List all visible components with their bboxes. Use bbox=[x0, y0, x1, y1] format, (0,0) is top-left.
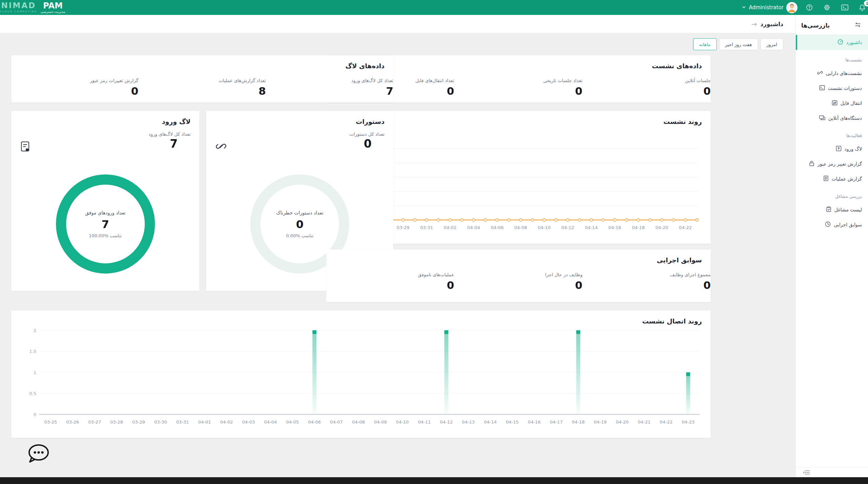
sidebar-item-login-log[interactable]: لاگ ورود bbox=[796, 142, 868, 156]
sidebar-item-password-change-report[interactable]: گزارش تغییر رمز عبور bbox=[796, 156, 868, 171]
donut-label: تعداد دستورات خطرناک bbox=[276, 210, 323, 216]
total-value: 0 bbox=[206, 137, 393, 149]
sidebar-section-sessions: نشست‌ها bbox=[796, 50, 868, 66]
svg-text:03-26: 03-26 bbox=[66, 420, 79, 425]
collapse-menu-icon[interactable] bbox=[803, 470, 810, 475]
svg-text:03-29: 03-29 bbox=[132, 420, 145, 425]
donut-ratio: تناسب %100.00 bbox=[89, 233, 122, 238]
svg-text:04-04: 04-04 bbox=[467, 225, 480, 230]
back-arrow-icon[interactable]: → bbox=[751, 21, 757, 27]
sidebar-item-operations-report[interactable]: گزارش عملیات bbox=[796, 171, 868, 186]
help-icon[interactable] bbox=[804, 2, 815, 13]
svg-text:04-07: 04-07 bbox=[330, 420, 343, 425]
svg-text:04-08: 04-08 bbox=[514, 225, 527, 230]
svg-text:04-08: 04-08 bbox=[352, 420, 365, 425]
svg-text:04-22: 04-22 bbox=[679, 225, 692, 230]
svg-text:04-18: 04-18 bbox=[572, 420, 585, 425]
sidebar-footer bbox=[796, 467, 868, 477]
svg-text:04-05: 04-05 bbox=[286, 420, 299, 425]
sidebar-item-label: لیست مشاغل bbox=[834, 207, 862, 212]
svg-text:03-31: 03-31 bbox=[420, 225, 433, 230]
card-login-log: لاگ ورود تعداد کل لاگ‌های ورود 7 تعداد و… bbox=[11, 111, 199, 291]
tab-last-week[interactable]: هفت روز اخیر bbox=[719, 38, 758, 50]
link-icon bbox=[817, 70, 823, 77]
svg-text:2: 2 bbox=[34, 328, 36, 333]
svg-text:04-20: 04-20 bbox=[655, 225, 668, 230]
svg-text:04-14: 04-14 bbox=[484, 420, 497, 425]
app-root: Administrator bbox=[0, 0, 868, 484]
donut-value: 0 bbox=[296, 219, 303, 230]
chat-button[interactable] bbox=[26, 443, 50, 466]
stat-label: عملیات‌های ناموفق bbox=[336, 272, 454, 277]
stat-label: تعداد کل لاگ‌های ورود bbox=[276, 78, 393, 83]
tab-today[interactable]: امروز bbox=[761, 38, 783, 50]
stat-label: وظایف در حال اجرا bbox=[464, 272, 582, 277]
sidebar-item-label: دستگاه‌های آنلاین bbox=[828, 115, 862, 121]
sidebar-section-activities: فعالیت‌ها bbox=[796, 126, 868, 142]
svg-text:04-01: 04-01 bbox=[198, 420, 211, 425]
chain-link-icon bbox=[215, 141, 227, 153]
svg-text:0.5: 0.5 bbox=[29, 391, 36, 396]
stat-value: 0 bbox=[592, 280, 711, 291]
tab-monthly[interactable]: ماهانه bbox=[693, 38, 717, 50]
system-taskbar[interactable] bbox=[0, 477, 868, 484]
svg-text:04-15: 04-15 bbox=[506, 420, 519, 425]
svg-text:04-11: 04-11 bbox=[418, 420, 431, 425]
breadcrumb: داشبورد → bbox=[751, 21, 783, 27]
stat-historical-sessions: تعداد جلسات تاریخی 0 bbox=[454, 78, 582, 96]
stat-running-tasks: وظایف در حال اجرا 0 bbox=[454, 272, 582, 291]
stat-value: 0 bbox=[21, 86, 138, 96]
sidebar-item-asset-sessions[interactable]: نشست‌های دارایی bbox=[796, 66, 868, 81]
stat-value: 0 bbox=[464, 86, 582, 96]
sidebar-item-session-commands[interactable]: دستورات نشست bbox=[796, 81, 868, 96]
sidebar-header: بازرسی‌ها bbox=[796, 15, 868, 35]
sidebar-item-dashboard[interactable]: داشبورد bbox=[796, 35, 868, 50]
lock-icon bbox=[809, 161, 814, 167]
range-tabs: امروز هفت روز اخیر ماهانه bbox=[12, 38, 783, 50]
stat-label: مجموع اجرای وظایف bbox=[592, 272, 711, 277]
notifications-bell-icon[interactable]: 1 bbox=[856, 2, 868, 13]
chart-title: روند اتصال نشست bbox=[11, 311, 711, 325]
svg-text:04-17: 04-17 bbox=[550, 420, 563, 425]
svg-text:04-04: 04-04 bbox=[264, 420, 277, 425]
avatar[interactable] bbox=[786, 2, 797, 13]
sidebar-item-label: سوابق اجرایی bbox=[834, 222, 862, 227]
card-log-data: داده‌های لاگ تعداد کل لاگ‌های ورود 7 تعد… bbox=[11, 55, 393, 103]
swap-arrows-icon[interactable] bbox=[854, 22, 861, 29]
sidebar-item-file-transfer[interactable]: انتقال فایل bbox=[796, 96, 868, 111]
svg-text:04-19: 04-19 bbox=[594, 420, 607, 425]
page-header: داشبورد → bbox=[0, 15, 795, 33]
svg-text:03-28: 03-28 bbox=[110, 420, 123, 425]
sidebar-item-label: دستورات نشست bbox=[828, 86, 862, 91]
stat-label: گزارش تغییرات رمز عبور bbox=[21, 78, 138, 83]
svg-text:04-16: 04-16 bbox=[608, 225, 621, 230]
svg-text:03-25: 03-25 bbox=[44, 420, 57, 425]
donut-ratio: تناسب %0.00 bbox=[286, 233, 314, 238]
report-icon bbox=[823, 175, 829, 182]
user-menu[interactable]: Administrator bbox=[742, 2, 797, 13]
sidebar-item-online-devices[interactable]: دستگاه‌های آنلاین bbox=[796, 111, 868, 126]
sidebar-item-jobs-list[interactable]: لیست مشاغل bbox=[796, 202, 868, 217]
card-execution-history: سوابق اجرایی مجموع اجرای وظایف 0 وظایف د… bbox=[326, 249, 711, 302]
svg-text:04-10: 04-10 bbox=[538, 225, 551, 230]
sidebar-item-label: لاگ ورود bbox=[845, 146, 862, 152]
svg-text:1.5: 1.5 bbox=[29, 349, 36, 354]
svg-text:04-06: 04-06 bbox=[308, 420, 321, 425]
page-title: داشبورد bbox=[761, 21, 783, 27]
stat-total-task-runs: مجموع اجرای وظایف 0 bbox=[583, 272, 711, 291]
svg-text:04-18: 04-18 bbox=[632, 225, 645, 230]
sidebar-item-execution-history[interactable]: سوابق اجرایی bbox=[796, 217, 868, 232]
sidebar-item-label: گزارش تغییر رمز عبور bbox=[817, 161, 862, 167]
gear-icon[interactable] bbox=[821, 2, 833, 13]
sidebar-item-label: نشست‌های دارایی bbox=[826, 71, 862, 76]
svg-text:04-20: 04-20 bbox=[616, 420, 629, 425]
dashboard-icon bbox=[837, 39, 843, 46]
card-title: سوابق اجرایی bbox=[326, 249, 711, 264]
donut-label: تعداد ورودهای موفق bbox=[85, 210, 125, 216]
svg-text:04-10: 04-10 bbox=[396, 420, 409, 425]
login-success-donut: تعداد ورودهای موفق 7 تناسب %100.00 bbox=[56, 174, 155, 274]
stat-label: تعداد جلسات تاریخی bbox=[464, 78, 582, 83]
svg-text:04-13: 04-13 bbox=[462, 420, 475, 425]
terminal-icon[interactable] bbox=[839, 2, 850, 13]
login-icon bbox=[836, 146, 842, 152]
